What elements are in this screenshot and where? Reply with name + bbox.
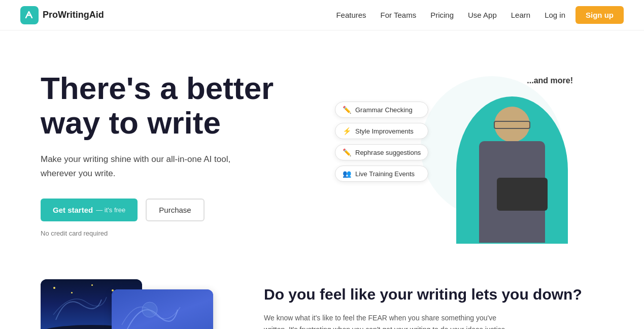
person-glasses bbox=[494, 121, 530, 129]
section-two-left: My idea in my head bbox=[41, 274, 233, 329]
svg-point-0 bbox=[142, 302, 157, 317]
style-icon: ⚡ bbox=[343, 127, 351, 135]
person-illustration bbox=[451, 81, 573, 244]
nav-for-teams[interactable]: For Teams bbox=[381, 11, 417, 19]
feature-tag-label-3: Live Training Events bbox=[355, 170, 415, 178]
nav-use-app[interactable]: Use App bbox=[468, 11, 497, 19]
nav-right: Log in Sign up bbox=[545, 6, 624, 24]
section-two-right: Do you feel like your writing lets you d… bbox=[264, 274, 603, 329]
person-laptop bbox=[497, 178, 548, 211]
person-bg bbox=[456, 96, 568, 244]
swirl-svg bbox=[51, 289, 112, 329]
get-started-sub: — it's free bbox=[96, 206, 125, 214]
get-started-label: Get started bbox=[53, 206, 93, 214]
art-card-front-inner bbox=[112, 289, 213, 329]
hero-heading: There's a better way to write bbox=[41, 71, 304, 140]
logo-icon bbox=[20, 6, 39, 24]
star-3 bbox=[91, 284, 93, 286]
hero-buttons: Get started — it's free Purchase bbox=[41, 199, 304, 221]
purchase-button[interactable]: Purchase bbox=[146, 199, 204, 221]
section-two-heading: Do you feel like your writing lets you d… bbox=[264, 284, 603, 304]
nav-links: Features For Teams Pricing Use App Learn bbox=[336, 11, 530, 20]
hero-right: ...and more! ✦ ✏️ Grammar Checking bbox=[315, 61, 614, 244]
section-heading-text: Do you feel like your writing lets you d… bbox=[264, 286, 582, 303]
feature-tag-2: ✏️ Rephrase suggestions bbox=[335, 144, 428, 160]
nav-learn[interactable]: Learn bbox=[511, 11, 530, 19]
feature-tag-0: ✏️ Grammar Checking bbox=[335, 102, 428, 118]
star-1 bbox=[53, 287, 55, 289]
nav-pricing[interactable]: Pricing bbox=[430, 11, 454, 19]
login-link[interactable]: Log in bbox=[545, 11, 565, 19]
section-two-body: We know what it's like to feel the FEAR … bbox=[264, 312, 507, 329]
no-credit-card-text: No credit card required bbox=[41, 229, 304, 237]
art-card-front bbox=[112, 289, 213, 329]
feature-tag-1: ⚡ Style Improvements bbox=[335, 123, 428, 139]
rephrase-icon: ✏️ bbox=[343, 148, 351, 156]
main-nav: ProWritingAid Features For Teams Pricing… bbox=[0, 0, 644, 30]
logo-text: ProWritingAid bbox=[43, 10, 104, 20]
training-icon: 👥 bbox=[343, 170, 351, 178]
art-cards: My idea in my head bbox=[41, 274, 233, 329]
section-two: My idea in my head Do you feel like your… bbox=[0, 264, 644, 329]
feature-tag-3: 👥 Live Training Events bbox=[335, 166, 428, 182]
hero-left: There's a better way to write Make your … bbox=[41, 61, 304, 237]
logo[interactable]: ProWritingAid bbox=[20, 6, 104, 24]
nav-features[interactable]: Features bbox=[336, 11, 366, 19]
get-started-button[interactable]: Get started — it's free bbox=[41, 199, 138, 221]
feature-tag-label-0: Grammar Checking bbox=[355, 106, 413, 114]
feature-tags: ✏️ Grammar Checking ⚡ Style Improvements… bbox=[335, 102, 428, 182]
hero-subtext: Make your writing shine with our all-in-… bbox=[41, 152, 244, 180]
feature-tag-label-1: Style Improvements bbox=[355, 127, 414, 135]
feature-tag-label-2: Rephrase suggestions bbox=[355, 149, 421, 156]
hero-section: There's a better way to write Make your … bbox=[0, 30, 644, 264]
grammar-icon: ✏️ bbox=[343, 106, 351, 114]
abstract-art bbox=[117, 294, 183, 329]
signup-button[interactable]: Sign up bbox=[575, 6, 624, 24]
